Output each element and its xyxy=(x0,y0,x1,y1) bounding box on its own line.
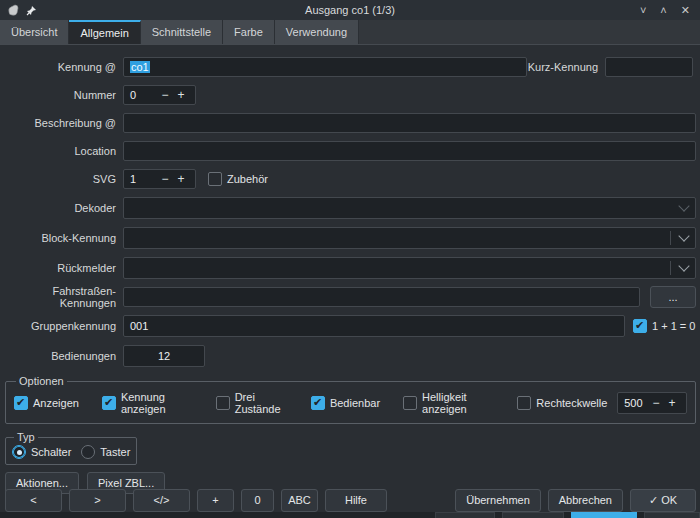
zubehoer-checkbox[interactable] xyxy=(208,172,222,186)
block-kennung-label: Block-Kennung xyxy=(5,232,123,244)
beschreibung-input[interactable] xyxy=(123,113,696,133)
rueckmelder-label: Rückmelder xyxy=(5,262,123,274)
tab-bar: Übersicht Allgemein Schnittstelle Farbe … xyxy=(0,20,700,45)
kurz-kennung-label: Kurz-Kennung xyxy=(527,61,605,73)
location-input[interactable] xyxy=(123,141,696,161)
one-plus-one-label: 1 + 1 = 0 xyxy=(652,320,695,332)
title-bar: Ausgang co1 (1/3) ˅ ˄ ✕ xyxy=(0,0,700,20)
nummer-label: Nummer xyxy=(5,89,123,101)
hilfe-button[interactable]: Hilfe xyxy=(325,489,387,512)
zubehoer-label: Zubehör xyxy=(227,173,268,185)
one-plus-one-checkbox[interactable] xyxy=(633,319,647,333)
bottom-button-bar: < > </> + 0 ABC Hilfe Übernehmen Abbrech… xyxy=(0,488,700,512)
minus-icon[interactable]: − xyxy=(157,88,173,102)
tab-farbe[interactable]: Farbe xyxy=(223,20,275,44)
plus-icon[interactable]: + xyxy=(173,88,189,102)
tab-schnittstelle[interactable]: Schnittstelle xyxy=(141,20,223,44)
zero-button[interactable]: 0 xyxy=(241,489,274,512)
gruppenkennung-input[interactable]: 001 xyxy=(123,315,625,337)
plus-icon[interactable]: + xyxy=(173,172,189,186)
kennung-label: Kennung @ xyxy=(5,61,123,73)
typ-group: Typ Schalter Taster xyxy=(5,431,137,465)
dekoder-label: Dekoder xyxy=(5,202,123,214)
typ-group-title: Typ xyxy=(14,431,38,443)
dialog-window: Ausgang co1 (1/3) ˅ ˄ ✕ Übersicht Allgem… xyxy=(0,0,700,518)
next-button[interactable]: > xyxy=(69,489,126,512)
helligkeit-anzeigen-checkbox[interactable] xyxy=(403,396,417,410)
chevron-down-icon xyxy=(678,260,689,271)
tab-verwendung[interactable]: Verwendung xyxy=(275,20,359,44)
gruppenkennung-label: Gruppenkennung xyxy=(5,320,123,332)
fahrstrassen-input[interactable] xyxy=(123,287,640,307)
dekoder-select[interactable] xyxy=(123,197,696,219)
code-button[interactable]: </> xyxy=(133,489,190,512)
kennung-input[interactable]: co1 xyxy=(123,57,527,77)
optionen-group: Optionen Anzeigen Kennung anzeigen Drei … xyxy=(5,375,696,424)
background-tab-active xyxy=(571,512,637,518)
optionen-group-title: Optionen xyxy=(16,375,67,387)
close-icon[interactable]: ✕ xyxy=(681,0,690,20)
abc-button[interactable]: ABC xyxy=(281,489,318,512)
kennung-value: co1 xyxy=(130,61,150,73)
kurz-kennung-input[interactable] xyxy=(605,57,693,77)
tab-allgemein[interactable]: Allgemein xyxy=(69,20,140,44)
kennung-anzeigen-checkbox[interactable] xyxy=(102,396,116,410)
block-kennung-select[interactable] xyxy=(123,227,696,249)
minus-icon[interactable]: − xyxy=(648,396,664,410)
background-tab xyxy=(502,512,564,518)
rechteckwelle-stepper[interactable]: 500 − + xyxy=(617,392,687,414)
window-title: Ausgang co1 (1/3) xyxy=(0,4,700,16)
background-window-strip xyxy=(0,512,700,518)
bedienbar-checkbox[interactable] xyxy=(311,396,325,410)
schalter-radio[interactable] xyxy=(12,445,26,459)
chevron-down-icon xyxy=(678,230,689,241)
taster-radio[interactable] xyxy=(81,445,95,459)
bedienungen-label: Bedienungen xyxy=(5,350,123,362)
minimize-icon[interactable]: ˅ xyxy=(640,0,646,20)
plus-icon[interactable]: + xyxy=(664,396,680,410)
drei-zustaende-checkbox[interactable] xyxy=(216,396,230,410)
prev-button[interactable]: < xyxy=(5,489,62,512)
maximize-icon[interactable]: ˄ xyxy=(660,0,666,20)
rechteckwelle-value: 500 xyxy=(624,397,648,409)
minus-icon[interactable]: − xyxy=(157,172,173,186)
svg-label: SVG xyxy=(5,173,123,185)
abbrechen-button[interactable]: Abbrechen xyxy=(548,489,623,512)
bedienungen-input[interactable]: 12 xyxy=(123,345,205,367)
background-tab xyxy=(435,512,495,518)
plus-button[interactable]: + xyxy=(197,489,234,512)
fahrstrassen-browse-button[interactable]: ... xyxy=(650,286,696,308)
nummer-value: 0 xyxy=(130,89,157,101)
uebernehmen-button[interactable]: Übernehmen xyxy=(455,489,541,512)
chevron-down-icon xyxy=(678,200,689,211)
rechteckwelle-checkbox[interactable] xyxy=(517,396,531,410)
svg-value: 1 xyxy=(130,173,157,185)
background-tab xyxy=(644,512,700,518)
location-label: Location xyxy=(5,145,123,157)
ok-button[interactable]: ✓ OK xyxy=(630,489,696,512)
svg-stepper[interactable]: 1 − + xyxy=(123,169,196,189)
beschreibung-label: Beschreibung @ xyxy=(5,117,123,129)
tab-panel-allgemein: Kennung @ co1 Kurz-Kennung Nummer 0 − + … xyxy=(0,46,700,488)
rueckmelder-select[interactable] xyxy=(123,257,696,279)
fahrstrassen-label: Fahrstraßen-Kennungen xyxy=(5,285,123,309)
anzeigen-checkbox[interactable] xyxy=(14,396,28,410)
nummer-stepper[interactable]: 0 − + xyxy=(123,85,196,105)
tab-uebersicht[interactable]: Übersicht xyxy=(0,20,69,44)
